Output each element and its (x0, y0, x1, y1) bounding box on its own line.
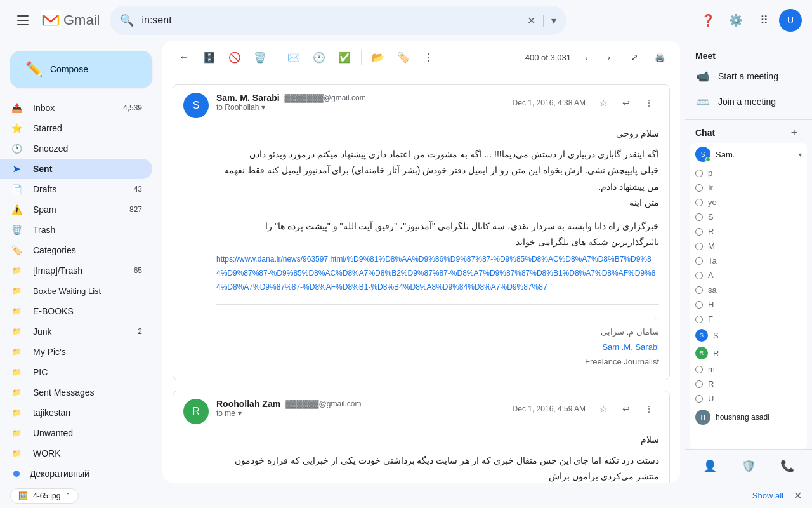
email-header-1[interactable]: S Sam. M. Sarabi ▓▓▓▓▓▓▓@gmail.com to Ro… (173, 85, 669, 126)
sidebar-item-tajikestan[interactable]: 📁 tajikestan (0, 403, 152, 423)
label-button[interactable]: 🏷️ (392, 46, 415, 69)
search-bar[interactable]: 🔍 ✕ ▾ (110, 6, 566, 35)
sidebar-item-trash[interactable]: 🗑️ Trash (0, 220, 152, 240)
close-bar-button[interactable]: ✕ (794, 490, 802, 502)
star-button-1[interactable]: ☆ (593, 93, 613, 113)
avatar[interactable]: U (779, 9, 802, 32)
task-button[interactable]: ✅ (333, 46, 356, 69)
chat-item-ta[interactable]: Ta (690, 253, 807, 268)
chat-item-houshang[interactable]: H houshang asadi (690, 406, 807, 429)
sidebar-item-sent-messages[interactable]: 📁 Sent Messages (0, 382, 152, 403)
sidebar-item-work[interactable]: 📁 WORK (0, 443, 152, 464)
reply-button-1[interactable]: ↩ (616, 93, 636, 113)
sidebar-item-pic[interactable]: 📁 PIC (0, 362, 152, 382)
reply-button-2[interactable]: ↩ (616, 399, 636, 419)
chat-item-sam[interactable]: S Sam. ▾ (690, 143, 807, 166)
more-button-1[interactable]: ⋮ (639, 93, 659, 113)
radio-ta[interactable] (695, 257, 703, 265)
radio-sa[interactable] (695, 286, 703, 294)
sidebar-item-sent[interactable]: ➤ Sent (0, 159, 152, 179)
chat-item-h[interactable]: H (690, 297, 807, 312)
start-meeting-button[interactable]: 📹 Start a meeting (685, 64, 802, 89)
chat-item-r1[interactable]: R (690, 224, 807, 239)
search-input[interactable] (141, 15, 520, 26)
radio-m2[interactable] (695, 366, 703, 373)
show-all-button[interactable]: Show all (752, 491, 783, 500)
compose-button[interactable]: ✏️ Compose (10, 51, 152, 88)
radio-a[interactable] (695, 272, 703, 279)
chat-item-s[interactable]: S (690, 210, 807, 224)
join-meeting-button[interactable]: ⌨️ Join a meeting (685, 89, 802, 114)
people-icon-btn[interactable]: 👤 (698, 455, 721, 478)
sidebar-item-decorative[interactable]: Декоративный (0, 464, 152, 483)
delete-button[interactable]: 🗑️ (249, 46, 272, 69)
imap-trash-icon: 📁 (10, 266, 23, 275)
pagination-nav: ‹ › (576, 47, 619, 67)
attachment-pill[interactable]: 🖼️ 4-65.jpg ⌃ (10, 488, 79, 504)
chat-item-f[interactable]: F (690, 312, 807, 326)
help-button[interactable]: ❓ (695, 8, 721, 33)
radio-u[interactable] (695, 395, 703, 403)
sidebar-item-boxbe[interactable]: 📁 Boxbe Waiting List (0, 281, 152, 301)
more-options-button[interactable]: ⋮ (417, 46, 440, 69)
radio-yo[interactable] (695, 199, 703, 206)
chat-item-a[interactable]: A (690, 268, 807, 283)
sidebar-item-spam[interactable]: ⚠️ Spam 827 (0, 199, 152, 220)
snooze-button[interactable]: 🕐 (308, 46, 331, 69)
sidebar-item-drafts[interactable]: 📄 Drafts 43 (0, 179, 152, 199)
sidebar-item-mypics[interactable]: 📁 My Pic's (0, 342, 152, 362)
chat-item-ir[interactable]: Ir (690, 180, 807, 195)
next-page-button[interactable]: › (599, 47, 619, 67)
radio-r2[interactable] (695, 380, 703, 388)
sam-dropdown-icon[interactable]: ▾ (799, 151, 802, 158)
radio-f[interactable] (695, 316, 703, 323)
sidebar-item-inbox[interactable]: 📥 Inbox 4,539 (0, 98, 152, 118)
archive-button[interactable]: 🗄️ (198, 46, 221, 69)
print-button[interactable]: 🖨️ (650, 47, 670, 67)
report-spam-button[interactable]: 🚫 (223, 46, 246, 69)
open-in-new-button[interactable]: ⤢ (624, 47, 645, 67)
email-header-2[interactable]: R Roohollah Zam ▓▓▓▓▓▓@gmail.com to me ▾… (173, 391, 669, 432)
chat-item-u[interactable]: U (690, 391, 807, 406)
star-button-2[interactable]: ☆ (593, 399, 613, 419)
sidebar-item-unwanted[interactable]: 📁 Unwanted (0, 423, 152, 443)
sidebar-item-ebooks[interactable]: 📁 E-BOOKS (0, 301, 152, 321)
radio-m[interactable] (695, 243, 703, 250)
apps-button[interactable]: ⠿ (751, 8, 776, 33)
search-clear-icon[interactable]: ✕ (527, 15, 535, 27)
sidebar-item-imap-trash[interactable]: 📁 [Imap]/Trash 65 (0, 260, 152, 281)
chat-item-r2[interactable]: R (690, 377, 807, 391)
radio-r1[interactable] (695, 228, 703, 236)
mark-unread-button[interactable]: ✉️ (282, 46, 305, 69)
phone-icon-btn[interactable]: 📞 (776, 455, 799, 478)
email-to-2[interactable]: to me ▾ (216, 409, 505, 418)
radio-s[interactable] (695, 213, 703, 221)
chat-item-p[interactable]: p (690, 166, 807, 180)
shield-icon-btn[interactable]: 🛡️ (737, 455, 760, 478)
prev-page-button[interactable]: ‹ (576, 47, 596, 67)
hamburger-button[interactable] (10, 8, 36, 33)
sidebar-item-junk[interactable]: 📁 Junk 2 (0, 321, 152, 342)
radio-h[interactable] (695, 301, 703, 309)
radio-p[interactable] (695, 170, 703, 177)
add-chat-button[interactable]: + (787, 125, 802, 140)
chat-item-group-s[interactable]: S S (690, 326, 807, 344)
search-dropdown-icon[interactable]: ▾ (543, 15, 556, 27)
chat-item-m[interactable]: M (690, 239, 807, 253)
sidebar-item-snoozed[interactable]: 🕐 Snoozed (0, 138, 152, 159)
more-button-2[interactable]: ⋮ (639, 399, 659, 419)
sidebar-item-categories[interactable]: 🏷️ Categories (0, 240, 152, 260)
settings-button[interactable]: ⚙️ (723, 8, 749, 33)
sig-link-1[interactable]: Sam .M. Sarabi (602, 342, 659, 352)
chat-item-group-r[interactable]: R R (690, 344, 807, 362)
chat-item-yo[interactable]: yo (690, 195, 807, 210)
pic-label: PIC (33, 367, 142, 377)
radio-ir[interactable] (695, 184, 703, 192)
back-button[interactable]: ← (173, 46, 195, 69)
chat-item-sa[interactable]: sa (690, 283, 807, 297)
email-to-1[interactable]: to Roohollah ▾ (216, 103, 505, 112)
dana-link[interactable]: https://www.dana.ir/news/963597.html/%D9… (216, 253, 659, 294)
sidebar-item-starred[interactable]: ⭐ Starred (0, 118, 152, 138)
chat-item-m2[interactable]: m (690, 362, 807, 377)
move-to-button[interactable]: 📂 (367, 46, 390, 69)
